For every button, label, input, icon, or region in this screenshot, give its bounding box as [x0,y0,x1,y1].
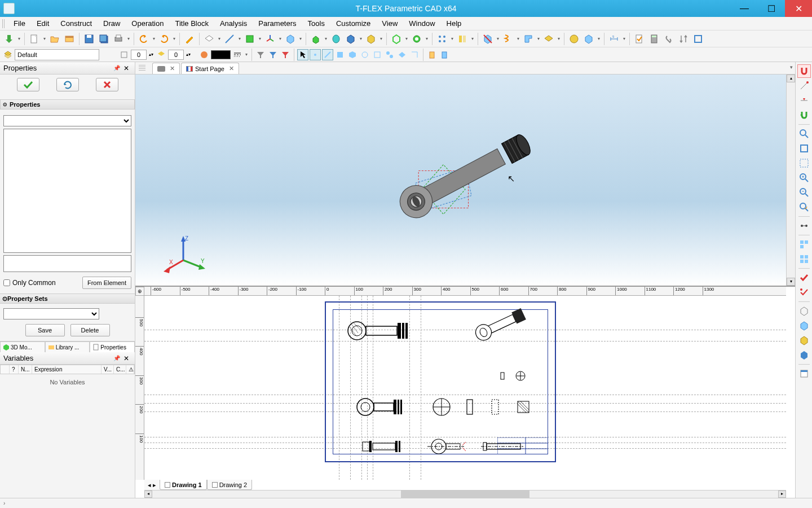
box-icon[interactable] [797,304,811,318]
paste-icon[interactable] [439,49,450,60]
dropdown-icon[interactable]: ▾ [557,32,561,46]
mirror-icon[interactable] [456,32,469,46]
menu-draw[interactable]: Draw [98,18,126,29]
sel-op2-icon[interactable] [372,49,383,60]
menu-customize[interactable]: Customize [330,18,376,29]
pan-icon[interactable] [797,219,811,233]
menu-window[interactable]: Window [403,18,440,29]
menu-edit[interactable]: Edit [31,18,55,29]
var-col-warn[interactable]: ⚠ [126,365,134,374]
dropdown-icon[interactable]: ▾ [42,32,47,46]
3d-viewport[interactable]: Z Y X ↖ ▴ ▾ [135,75,795,287]
sel-op1-icon[interactable] [359,49,370,60]
clipboard-icon[interactable] [426,49,438,60]
layer-combo[interactable]: Default [15,49,99,60]
shade-edge-icon[interactable] [797,334,811,347]
2d-viewport[interactable]: ⊕ -600-500-400-300-200-10001002003004005… [135,287,795,498]
dropdown-icon[interactable]: ▾ [536,32,541,46]
close-button[interactable]: ✕ [785,0,812,17]
sort-icon[interactable] [677,32,690,46]
level2-input[interactable] [168,50,184,60]
dropdown-icon[interactable]: ▾ [597,32,601,46]
spinner-icon[interactable]: ▴▾ [148,49,155,60]
blend-icon[interactable] [344,32,358,46]
color-swatch[interactable] [211,50,231,59]
dropdown-icon[interactable]: ▾ [217,32,222,46]
workplane-icon[interactable] [202,32,216,46]
menu-operation[interactable]: Operation [126,18,169,29]
red-check2-icon[interactable] [797,286,811,299]
dropdown-icon[interactable]: ▾ [404,32,409,46]
scroll-down-icon[interactable]: ▾ [787,278,795,286]
redo-icon[interactable] [157,32,171,46]
view-multi-icon[interactable] [797,238,811,251]
dropdown-icon[interactable]: ▾ [172,32,176,46]
scroll-thumb[interactable] [401,491,529,498]
red-check-icon[interactable] [797,271,811,284]
zoom-prev-icon[interactable] [797,200,811,214]
tab-3d-model[interactable]: 3D Mo... [0,341,45,352]
dropdown-icon[interactable]: ▾ [237,32,242,46]
window2-icon[interactable] [797,367,811,380]
sel-op4-icon[interactable] [396,49,408,60]
tab-close-icon[interactable]: ✕ [229,65,234,72]
panel-close-icon[interactable]: ✕ [121,354,131,362]
sel-vertex-icon[interactable] [310,49,321,60]
dropdown-icon[interactable]: ▾ [244,48,249,62]
cam-icon[interactable] [582,32,595,46]
menu-parameters[interactable]: Parameters [253,18,302,29]
extrude-icon[interactable] [309,32,323,46]
level1-input[interactable] [131,50,147,60]
tab-library[interactable]: Library ... [45,341,90,352]
3d-scrollbar-v[interactable]: ▴ ▾ [786,75,795,286]
pin-icon[interactable]: 📌 [112,355,121,361]
2d-scrollbar-h[interactable]: ◂ ▸ [144,490,786,498]
maximize-button[interactable]: ☐ [758,0,785,17]
cut-icon[interactable] [481,32,495,46]
zoom-fit-icon[interactable] [797,142,811,155]
expand-icon[interactable]: ⊙ [3,102,7,107]
snap-center-icon[interactable] [797,108,811,122]
level-icon[interactable] [118,49,130,60]
menu-title-block[interactable]: Title Block [169,18,214,29]
menu-construct[interactable]: Construct [55,18,98,29]
spring-icon[interactable] [501,32,515,46]
dropdown-icon[interactable]: ▾ [258,32,262,46]
sel-face-icon[interactable] [334,49,346,60]
vertical-ruler[interactable]: 500400300200100 [135,296,144,480]
library-icon[interactable] [63,32,76,46]
var-col-q[interactable]: ? [10,365,19,374]
dropdown-icon[interactable]: ▾ [278,32,283,46]
filter1-icon[interactable] [255,49,266,60]
sheet-metal-icon[interactable] [522,32,535,46]
menu-analysis[interactable]: Analysis [214,18,253,29]
from-element-button[interactable]: From Element [82,277,131,289]
cancel-button[interactable] [96,78,118,91]
shade-blue-icon[interactable] [797,348,811,362]
tab-properties[interactable]: Properties [90,341,135,352]
material-icon[interactable] [567,32,581,46]
window-icon[interactable] [691,32,705,46]
menu-file[interactable]: File [8,18,31,29]
var-col-name[interactable]: N... [19,365,32,374]
sel-arrow-icon[interactable] [297,49,308,60]
doc-tab-start[interactable]: Start Page ✕ [181,63,239,74]
snap-end-icon[interactable] [797,79,811,93]
sel-op5-icon[interactable] [409,49,420,60]
check-icon[interactable] [633,32,646,46]
page-tab-drawing1[interactable]: Drawing 1 [160,480,207,490]
dropdown-icon[interactable]: ▾ [450,32,454,46]
linetype-icon[interactable] [232,49,243,60]
menu-tools[interactable]: Tools [302,18,330,29]
revolve-icon[interactable] [329,32,343,46]
tabs-overflow-icon[interactable]: ▾ [790,64,793,70]
dropdown-icon[interactable]: ▾ [298,32,303,46]
scroll-right-icon[interactable]: ▸ [778,491,786,498]
zoom-window-icon[interactable] [797,127,811,141]
var-col-flag[interactable] [1,365,10,374]
doc-tab-part[interactable]: ✕ [152,63,180,74]
face-icon[interactable] [542,32,555,46]
profile-icon[interactable] [243,32,257,46]
tab-close-icon[interactable]: ✕ [170,65,175,72]
zoom-out-icon[interactable] [797,186,811,199]
